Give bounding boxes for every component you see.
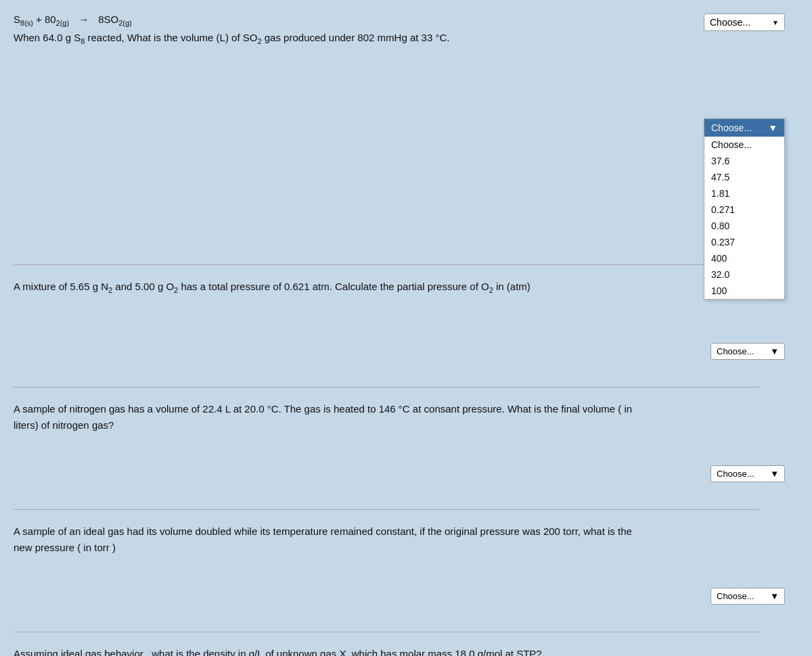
dropdown-option-9[interactable]: 32.0 (704, 266, 784, 283)
question-5-text: Assuming ideal gas behavior , what is th… (14, 646, 643, 656)
question-1-block: S8(s) + 802(g) → 8SO2(g) When 64.0 g S8 … (14, 14, 798, 258)
question-3-dropdown[interactable]: Choose... ▼ (710, 465, 785, 482)
question-1-dropdown-label: Choose... (710, 17, 750, 28)
dropdown-option-3[interactable]: 47.5 (704, 169, 784, 185)
question-1-dropdown-chevron: ▼ (772, 19, 779, 26)
question-2-dropdown-chevron: ▼ (770, 346, 779, 356)
question-2-text: A mixture of 5.65 g N2 and 5.00 g O2 has… (14, 279, 643, 297)
equation-left: S8(s) (14, 14, 33, 27)
dropdown-header[interactable]: Choose... ▼ (704, 119, 784, 137)
question-2-block: A mixture of 5.65 g N2 and 5.00 g O2 has… (14, 279, 798, 360)
dropdown-header-chevron: ▼ (768, 122, 777, 133)
question-3-dropdown-chevron: ▼ (770, 469, 779, 479)
question-4-block: A sample of an ideal gas had its volume … (14, 523, 798, 605)
divider-1 (14, 264, 759, 265)
dropdown-option-1[interactable]: Choose... (704, 137, 784, 153)
question-4-text: A sample of an ideal gas had its volume … (14, 523, 643, 556)
question-3-text: A sample of nitrogen gas has a volume of… (14, 401, 643, 434)
question-4-dropdown-chevron: ▼ (770, 591, 779, 601)
question-1-dropdown-closed[interactable]: Choose... ▼ (704, 14, 785, 31)
divider-4 (14, 632, 759, 632)
equation-line: S8(s) + 802(g) → 8SO2(g) (14, 14, 798, 27)
dropdown-option-5[interactable]: 0.271 (704, 202, 784, 218)
divider-3 (14, 509, 759, 510)
question-1-text: When 64.0 g S8 reacted, What is the volu… (14, 30, 643, 48)
equation-plus: + 802(g) (36, 14, 69, 27)
equation-right: 8SO2(g) (98, 14, 132, 27)
dropdown-option-2[interactable]: 37.6 (704, 153, 784, 169)
question-2-dropdown-label: Choose... (717, 346, 754, 356)
main-container: S8(s) + 802(g) → 8SO2(g) When 64.0 g S8 … (0, 0, 812, 656)
question-4-dropdown-label: Choose... (717, 591, 754, 601)
question-3-block: A sample of nitrogen gas has a volume of… (14, 401, 798, 482)
question-1-dropdown-closed-wrapper: Choose... ▼ (704, 14, 785, 31)
question-3-dropdown-label: Choose... (717, 469, 754, 479)
dropdown-option-4[interactable]: 1.81 (704, 185, 784, 202)
dropdown-option-10[interactable]: 100 (704, 283, 784, 299)
question-5-block: Assuming ideal gas behavior , what is th… (14, 646, 798, 656)
dropdown-header-label: Choose... (711, 122, 752, 133)
equation-arrow: → (78, 14, 89, 25)
divider-2 (14, 387, 759, 388)
dropdown-option-7[interactable]: 0.237 (704, 234, 784, 250)
question-4-dropdown[interactable]: Choose... ▼ (710, 588, 785, 605)
question-1-dropdown-open: Choose... ▼ Choose... 37.6 47.5 1.81 0.2… (704, 118, 785, 300)
dropdown-option-8[interactable]: 400 (704, 250, 784, 266)
dropdown-option-6[interactable]: 0.80 (704, 218, 784, 234)
question-2-dropdown[interactable]: Choose... ▼ (710, 343, 785, 360)
